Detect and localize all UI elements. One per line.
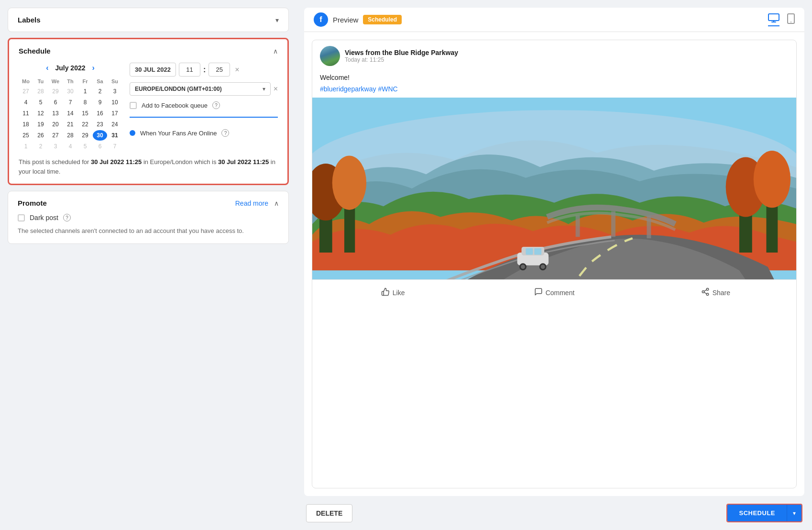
cal-day[interactable]: 28 [33,86,48,97]
cal-day[interactable]: 2 [33,141,48,152]
cal-day[interactable]: 26 [33,130,48,141]
post-preview-container: Views from the Blue Ridge Parkway Today … [304,32,804,496]
svg-rect-15 [526,248,533,254]
share-icon [701,287,710,298]
cal-day[interactable]: 12 [33,108,48,119]
cal-day[interactable]: 16 [93,108,107,119]
device-icons [768,13,795,26]
cal-day-selected[interactable]: 30 [93,130,107,141]
timezone-row: EUROPE/LONDON (GMT+01:00) ▾ × [130,82,278,96]
cal-day[interactable]: 27 [19,86,33,97]
like-action[interactable]: Like [312,284,473,302]
cal-day[interactable]: 18 [19,119,33,130]
cal-day[interactable]: 8 [78,97,92,108]
add-to-queue-label: Add to Facebook queue [142,102,208,109]
calendar-next-arrow[interactable]: › [89,63,98,73]
dark-post-help-icon[interactable]: ? [63,214,71,221]
cal-day[interactable]: 22 [78,119,92,130]
cal-day[interactable]: 3 [108,86,122,97]
schedule-chevron[interactable]: ∧ [273,47,278,55]
cal-day[interactable]: 1 [78,86,92,97]
time-close-icon[interactable]: × [235,66,239,74]
cal-day[interactable]: 6 [48,97,63,108]
facebook-icon: f [314,12,328,27]
date-badge: 30 JUL 2022 [130,63,176,77]
cal-day[interactable]: 29 [78,130,92,141]
timezone-close-icon[interactable]: × [274,85,278,93]
cal-day[interactable]: 5 [78,141,92,152]
cal-day[interactable]: 15 [78,108,92,119]
cal-day[interactable]: 1 [19,141,33,152]
svg-rect-21 [576,216,580,237]
cal-day[interactable]: 21 [63,119,77,130]
cal-day[interactable]: 28 [63,130,77,141]
share-action[interactable]: Share [635,284,796,302]
cal-day[interactable]: 4 [19,97,33,108]
svg-point-20 [541,265,545,269]
dark-post-checkbox[interactable] [18,214,25,221]
cal-day[interactable]: 9 [93,97,107,108]
cal-day[interactable]: 13 [48,108,63,119]
cal-day[interactable]: 11 [19,108,33,119]
promote-chevron[interactable]: ∧ [274,199,279,207]
cal-day[interactable]: 5 [33,97,48,108]
post-text: Welcome! [312,72,796,85]
cal-day[interactable]: 29 [48,86,63,97]
cal-day[interactable]: 31 [108,130,122,141]
cal-day[interactable]: 17 [108,108,122,119]
bottom-bar: DELETE SCHEDULE ▾ [304,504,804,522]
cal-day[interactable]: 19 [33,119,48,130]
cal-day[interactable]: 30 [63,86,77,97]
cal-day[interactable]: 27 [48,130,63,141]
cal-day[interactable]: 20 [48,119,63,130]
add-to-queue-checkbox[interactable] [130,102,137,109]
cal-day[interactable]: 2 [93,86,107,97]
delete-button[interactable]: DELETE [306,504,352,522]
labels-header[interactable]: Labels ▾ [18,16,279,24]
queue-row: Add to Facebook queue ? [130,101,278,109]
read-more-link[interactable]: Read more [235,199,268,207]
cal-day[interactable]: 10 [108,97,122,108]
promote-left: Promote [18,199,47,207]
cal-header-we: We [48,77,63,86]
timezone-selector[interactable]: EUROPE/LONDON (GMT+01:00) ▾ [130,82,271,96]
schedule-header: Schedule ∧ [19,47,278,55]
cal-day[interactable]: 3 [48,141,63,152]
schedule-main-button[interactable]: SCHEDULE [727,505,787,521]
cal-header-tu: Tu [33,77,48,86]
cal-day[interactable]: 25 [19,130,33,141]
mobile-icon[interactable] [787,13,795,26]
svg-point-12 [754,151,790,208]
svg-point-8 [332,156,366,210]
ad-account-note: The selected channels aren't connected t… [18,226,279,236]
queue-help-icon[interactable]: ? [212,101,220,109]
svg-rect-16 [534,248,541,254]
comment-label: Comment [546,289,575,297]
fans-label: When Your Fans Are Online [140,130,217,137]
fans-help-icon[interactable]: ? [221,129,229,137]
cal-day[interactable]: 6 [93,141,107,152]
like-label: Like [393,289,405,297]
cal-day[interactable]: 7 [63,97,77,108]
share-label: Share [713,289,730,297]
time-hour-input[interactable] [179,63,200,77]
dark-post-label: Dark post [30,214,58,221]
labels-title: Labels [18,16,41,24]
cal-day[interactable]: 7 [108,141,122,152]
promote-title: Promote [18,199,47,207]
calendar-prev-arrow[interactable]: ‹ [43,63,51,73]
svg-rect-22 [611,211,615,237]
like-icon [381,287,390,298]
desktop-icon[interactable] [768,13,779,26]
post-image [312,98,796,279]
cal-day[interactable]: 14 [63,108,77,119]
cal-day[interactable]: 23 [93,119,107,130]
dark-post-row: Dark post ? [18,214,279,221]
time-minute-input[interactable] [208,63,230,77]
svg-point-18 [521,265,525,269]
post-hashtags: #blueridgeparkway #WNC [312,85,796,98]
schedule-dropdown-button[interactable]: ▾ [787,505,801,521]
cal-day[interactable]: 4 [63,141,77,152]
cal-day[interactable]: 24 [108,119,122,130]
comment-action[interactable]: Comment [473,284,635,302]
